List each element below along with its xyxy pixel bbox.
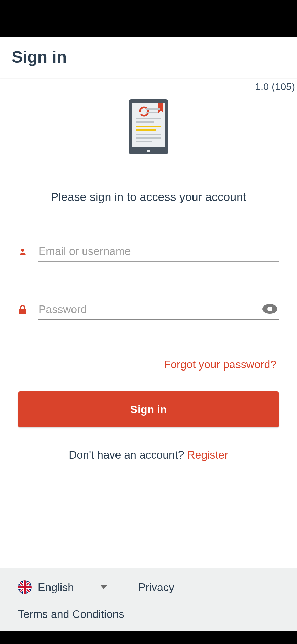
chevron-down-icon [100,584,107,590]
tablet-document-icon [129,99,168,156]
svg-rect-7 [136,126,161,127]
status-bar [0,0,297,37]
toggle-password-visibility-button[interactable] [258,302,279,316]
privacy-link[interactable]: Privacy [138,581,174,594]
lock-icon [18,305,28,315]
language-label: English [38,581,94,594]
svg-rect-13 [19,309,26,314]
email-field-row [18,242,279,262]
svg-rect-3 [146,108,160,110]
svg-point-15 [267,307,272,311]
svg-rect-10 [136,137,161,139]
svg-rect-9 [136,134,161,135]
signin-prompt: Please sign in to access your account [51,190,246,204]
footer: English Privacy Terms and Conditions [0,568,297,631]
svg-rect-6 [136,121,154,123]
forgot-password-link[interactable]: Forgot your password? [164,358,276,371]
uk-flag-icon [18,580,32,594]
app-header: Sign in [0,37,297,78]
signin-button[interactable]: Sign in [18,391,279,427]
email-input-wrapper [38,242,279,262]
forgot-password-row: Forgot your password? [18,358,279,371]
password-input-wrapper [38,300,279,320]
svg-rect-4 [146,112,158,113]
eye-icon [262,310,278,315]
app-window: Sign in 1.0 (105) [0,37,297,631]
register-prefix: Don't have an account? [69,449,187,461]
email-input[interactable] [38,242,279,261]
nav-bar [0,631,297,644]
language-selector[interactable]: English [18,580,107,594]
main-content: Please sign in to access your account [0,93,297,568]
password-input[interactable] [38,300,258,319]
svg-rect-5 [136,118,161,119]
app-logo [129,99,168,156]
footer-row-1: English Privacy [18,580,279,594]
svg-rect-11 [136,141,152,142]
page-title: Sign in [12,47,285,66]
svg-rect-2 [147,150,150,152]
svg-rect-8 [136,129,156,131]
version-label: 1.0 (105) [0,78,297,93]
person-icon [18,248,28,256]
register-link[interactable]: Register [187,449,228,461]
svg-point-12 [21,249,24,252]
register-row: Don't have an account? Register [18,449,279,461]
terms-link[interactable]: Terms and Conditions [18,608,124,620]
form-fields: Forgot your password? Sign in Don't have… [18,242,279,461]
password-field-row [18,300,279,320]
